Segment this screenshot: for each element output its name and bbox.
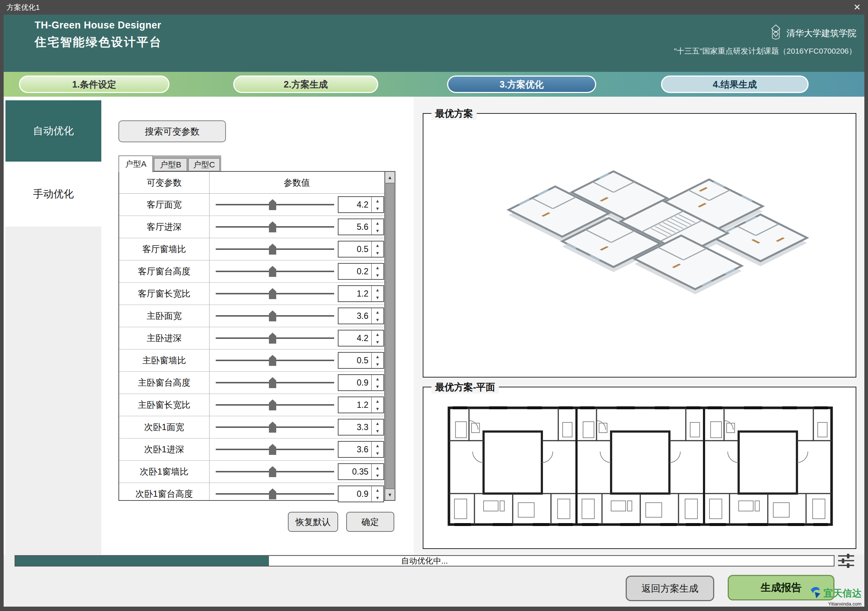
tab-unit-a[interactable]: 户型A: [118, 155, 153, 172]
param-slider[interactable]: [216, 271, 334, 272]
spin-up-icon[interactable]: ▲: [372, 197, 383, 205]
param-slider[interactable]: [216, 404, 334, 406]
close-icon[interactable]: ✕: [850, 0, 864, 15]
param-slider[interactable]: [216, 293, 334, 294]
scroll-up-icon[interactable]: ▲: [385, 172, 395, 183]
spin-down-icon[interactable]: ▼: [372, 227, 383, 235]
spin-down-icon[interactable]: ▼: [372, 316, 383, 323]
spin-up-icon[interactable]: ▲: [372, 420, 383, 427]
spin-down-icon[interactable]: ▼: [372, 361, 383, 368]
param-value[interactable]: 4.2: [338, 197, 372, 212]
slider-thumb[interactable]: [269, 333, 276, 344]
tab-unit-c[interactable]: 户型C: [188, 158, 220, 171]
spin-down-icon[interactable]: ▼: [372, 472, 383, 479]
param-value[interactable]: 3.3: [338, 420, 372, 435]
param-value[interactable]: 5.6: [338, 219, 372, 235]
param-slider[interactable]: [216, 360, 334, 361]
spin-up-icon[interactable]: ▲: [372, 353, 383, 361]
step-4-result[interactable]: 4.结果生成: [661, 76, 809, 93]
param-spinbox[interactable]: 4.2 ▲ ▼: [338, 330, 384, 347]
param-spinbox[interactable]: 4.2 ▲ ▼: [338, 196, 384, 213]
slider-thumb[interactable]: [269, 422, 276, 433]
param-value[interactable]: 0.5: [338, 241, 372, 257]
spin-up-icon[interactable]: ▲: [372, 397, 383, 405]
param-spinbox[interactable]: 3.6 ▲ ▼: [338, 308, 384, 324]
sidebar-item-manual-optimize[interactable]: 手动优化: [5, 162, 101, 227]
param-slider[interactable]: [216, 471, 334, 473]
param-spinbox[interactable]: 1.2 ▲ ▼: [338, 285, 384, 302]
step-2-generate[interactable]: 2.方案生成: [233, 76, 378, 93]
spin-down-icon[interactable]: ▼: [372, 338, 383, 346]
param-spinbox[interactable]: 1.2 ▲ ▼: [338, 396, 384, 413]
spin-down-icon[interactable]: ▼: [372, 405, 383, 412]
spin-down-icon[interactable]: ▼: [372, 205, 383, 212]
param-slider[interactable]: [216, 226, 334, 228]
param-value[interactable]: 0.9: [338, 375, 372, 390]
slider-thumb[interactable]: [269, 199, 276, 210]
param-slider[interactable]: [216, 493, 334, 494]
sidebar-item-auto-optimize[interactable]: 自动优化: [5, 100, 101, 162]
spin-up-icon[interactable]: ▲: [372, 331, 383, 338]
slider-thumb[interactable]: [269, 311, 276, 321]
back-to-generation-button[interactable]: 返回方案生成: [626, 575, 714, 601]
param-value[interactable]: 1.2: [338, 397, 372, 412]
param-spinbox[interactable]: 5.6 ▲ ▼: [338, 219, 384, 235]
param-value[interactable]: 3.6: [338, 308, 372, 323]
slider-thumb[interactable]: [269, 221, 276, 232]
param-value[interactable]: 0.5: [338, 353, 372, 368]
param-spinbox[interactable]: 0.5 ▲ ▼: [338, 352, 384, 369]
slider-thumb[interactable]: [269, 244, 276, 255]
spin-down-icon[interactable]: ▼: [372, 427, 383, 435]
param-slider[interactable]: [216, 382, 334, 383]
search-variable-params-button[interactable]: 搜索可变参数: [118, 120, 226, 142]
param-value[interactable]: 3.6: [338, 442, 372, 457]
settings-sliders-icon[interactable]: [837, 553, 855, 568]
param-spinbox[interactable]: 0.9 ▲ ▼: [338, 374, 384, 391]
reset-defaults-button[interactable]: 恢复默认: [288, 512, 338, 532]
param-slider[interactable]: [216, 426, 334, 428]
spin-up-icon[interactable]: ▲: [372, 219, 383, 227]
spin-up-icon[interactable]: ▲: [372, 442, 383, 449]
table-scrollbar[interactable]: ▲ ▼: [384, 172, 395, 500]
param-value[interactable]: 0.9: [338, 486, 372, 502]
param-spinbox[interactable]: 0.35 ▲ ▼: [338, 463, 384, 480]
slider-thumb[interactable]: [269, 266, 276, 277]
param-slider[interactable]: [216, 315, 334, 317]
spin-up-icon[interactable]: ▲: [372, 486, 383, 494]
param-spinbox[interactable]: 3.6 ▲ ▼: [338, 441, 384, 458]
spin-up-icon[interactable]: ▲: [372, 241, 383, 249]
confirm-button[interactable]: 确定: [346, 512, 394, 532]
spin-down-icon[interactable]: ▼: [372, 382, 383, 390]
spin-up-icon[interactable]: ▲: [372, 308, 383, 316]
spin-up-icon[interactable]: ▲: [372, 375, 383, 382]
spin-down-icon[interactable]: ▼: [372, 271, 383, 279]
param-slider[interactable]: [216, 449, 334, 450]
spin-up-icon[interactable]: ▲: [372, 286, 383, 294]
scroll-down-icon[interactable]: ▼: [385, 489, 395, 500]
spin-down-icon[interactable]: ▼: [372, 249, 383, 257]
param-value[interactable]: 0.2: [338, 264, 372, 279]
slider-thumb[interactable]: [269, 400, 276, 410]
slider-thumb[interactable]: [269, 377, 276, 388]
slider-thumb[interactable]: [269, 355, 276, 366]
slider-thumb[interactable]: [269, 288, 276, 299]
tab-unit-b[interactable]: 户型B: [154, 158, 187, 171]
param-slider[interactable]: [216, 204, 334, 205]
param-spinbox[interactable]: 3.3 ▲ ▼: [338, 419, 384, 435]
param-slider[interactable]: [216, 249, 334, 250]
param-spinbox[interactable]: 0.5 ▲ ▼: [338, 241, 384, 258]
param-value[interactable]: 1.2: [338, 286, 372, 301]
param-value[interactable]: 0.35: [338, 464, 372, 479]
spin-down-icon[interactable]: ▼: [372, 494, 383, 502]
spin-down-icon[interactable]: ▼: [372, 449, 383, 457]
step-3-optimize[interactable]: 3.方案优化: [447, 76, 596, 93]
param-spinbox[interactable]: 0.9 ▲ ▼: [338, 485, 384, 502]
slider-thumb[interactable]: [269, 444, 276, 455]
slider-thumb[interactable]: [269, 488, 276, 499]
param-spinbox[interactable]: 0.2 ▲ ▼: [338, 263, 384, 280]
scrollbar-thumb[interactable]: [386, 183, 394, 489]
param-value[interactable]: 4.2: [338, 331, 372, 346]
spin-up-icon[interactable]: ▲: [372, 264, 383, 271]
slider-thumb[interactable]: [269, 466, 276, 477]
step-1-condition[interactable]: 1.条件设定: [19, 76, 169, 93]
